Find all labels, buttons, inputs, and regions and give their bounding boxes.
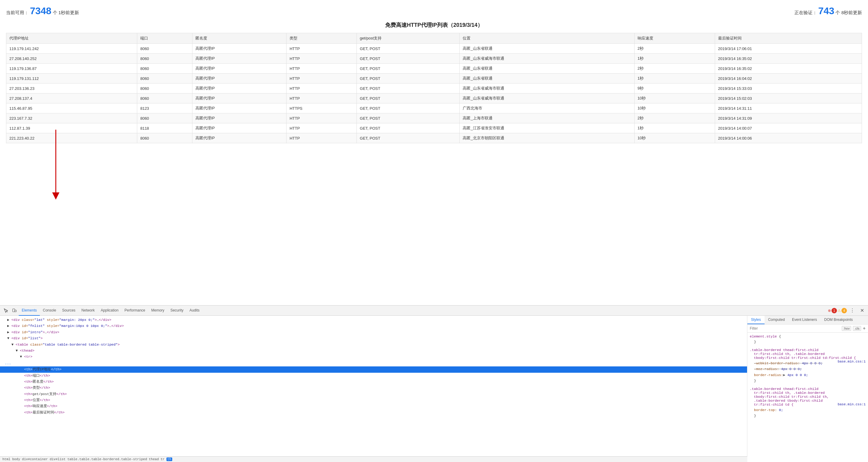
- available-label: 当前可用：: [6, 10, 29, 15]
- proxy-table-body: 119.179.141.2428060高匿代理IPHTTPGET, POST高匿…: [6, 44, 862, 143]
- table-row: 115.46.87.958123高匿代理IPHTTPSGET, POST广西北海…: [6, 103, 862, 113]
- available-count: 7348: [30, 5, 51, 16]
- table-row: 119.179.141.2428060高匿代理IPHTTPGET, POST高匿…: [6, 44, 862, 54]
- table-row: 27.203.136.238060高匿代理IPHTTPGET, POST高匿_山…: [6, 84, 862, 93]
- table-row: 221.223.40.228060高匿代理IPHTTPGET, POST高匿_北…: [6, 133, 862, 143]
- verifying-suffix: 个 8秒前更新: [835, 10, 862, 15]
- table-row: 119.179.131.1128060高匿代理IPHTTPGET, POST高匿…: [6, 73, 862, 84]
- table-row: 27.208.137.48060高匿代理IPHTTPGET, POST高匿_山东…: [6, 93, 862, 103]
- table-row: 27.208.140.2528060高匿代理IPHTTPGET, POST高匿_…: [6, 54, 862, 64]
- page-area: 当前可用： 7348 个 1秒前更新 正在验证： 743 个 8秒前更新 免费高…: [0, 0, 868, 151]
- verifying-count: 743: [818, 5, 834, 16]
- verifying-stat: 正在验证： 743 个 8秒前更新: [795, 5, 862, 17]
- page-header: 当前可用： 7348 个 1秒前更新 正在验证： 743 个 8秒前更新: [6, 3, 862, 22]
- table-row: 223.167.7.328060高匿代理IPHTTPGET, POST高匿_上海…: [6, 113, 862, 123]
- table-row: 119.179.136.878060高匿代理IPHTTPGET, POST高匿_…: [6, 64, 862, 73]
- proxy-table-head: 代理IP地址端口匿名度类型get/post支持位置响应速度最后验证时间: [6, 33, 862, 44]
- proxy-table-header-row: 代理IP地址端口匿名度类型get/post支持位置响应速度最后验证时间: [6, 33, 862, 44]
- table-row: 112.87.1.398118高匿代理IPHTTPGET, POST高匿_江苏省…: [6, 123, 862, 133]
- verifying-label: 正在验证：: [795, 10, 817, 15]
- available-stat: 当前可用： 7348 个 1秒前更新: [6, 5, 79, 17]
- table-title: 免费高速HTTP代理IP列表（2019/3/14）: [6, 22, 862, 29]
- available-suffix: 个 1秒前更新: [53, 10, 79, 15]
- proxy-table: 代理IP地址端口匿名度类型get/post支持位置响应速度最后验证时间 119.…: [6, 33, 862, 143]
